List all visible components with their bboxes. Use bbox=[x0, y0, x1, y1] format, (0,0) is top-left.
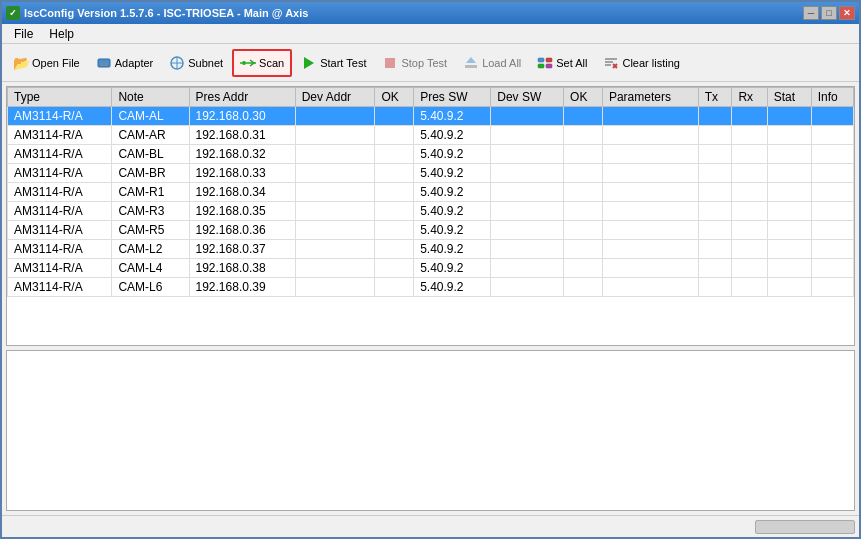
table-cell: 5.40.9.2 bbox=[414, 259, 491, 278]
stop-test-button[interactable]: Stop Test bbox=[375, 49, 454, 77]
close-button[interactable]: ✕ bbox=[839, 6, 855, 20]
table-cell bbox=[811, 183, 853, 202]
table-cell bbox=[491, 183, 564, 202]
table-cell: 192.168.0.33 bbox=[189, 164, 295, 183]
table-cell bbox=[564, 202, 603, 221]
table-cell: 192.168.0.36 bbox=[189, 221, 295, 240]
table-cell bbox=[491, 221, 564, 240]
maximize-button[interactable]: □ bbox=[821, 6, 837, 20]
main-window: ✓ IscConfig Version 1.5.7.6 - ISC-TRIOSE… bbox=[0, 0, 861, 539]
subnet-button[interactable]: Subnet bbox=[162, 49, 230, 77]
table-row[interactable]: AM3114-R/ACAM-R3192.168.0.355.40.9.2 bbox=[8, 202, 854, 221]
start-test-button[interactable]: Start Test bbox=[294, 49, 373, 77]
load-all-icon bbox=[463, 55, 479, 71]
table-row[interactable]: AM3114-R/ACAM-BL192.168.0.325.40.9.2 bbox=[8, 145, 854, 164]
table-cell bbox=[698, 240, 732, 259]
table-cell bbox=[732, 126, 767, 145]
svg-point-6 bbox=[242, 61, 246, 65]
table-cell bbox=[375, 164, 414, 183]
table-cell bbox=[602, 107, 698, 126]
col-ok2: OK bbox=[564, 88, 603, 107]
table-cell: 5.40.9.2 bbox=[414, 202, 491, 221]
table-cell bbox=[767, 221, 811, 240]
table-cell bbox=[698, 259, 732, 278]
table-cell bbox=[295, 240, 375, 259]
table-cell bbox=[602, 259, 698, 278]
table-cell bbox=[295, 221, 375, 240]
col-info: Info bbox=[811, 88, 853, 107]
table-cell bbox=[295, 259, 375, 278]
table-cell: AM3114-R/A bbox=[8, 240, 112, 259]
table-cell: CAM-AL bbox=[112, 107, 189, 126]
table-cell: 192.168.0.34 bbox=[189, 183, 295, 202]
table-cell bbox=[811, 221, 853, 240]
col-pres-sw: Pres SW bbox=[414, 88, 491, 107]
table-cell bbox=[732, 259, 767, 278]
menu-file[interactable]: File bbox=[6, 25, 41, 43]
table-cell bbox=[732, 145, 767, 164]
svg-rect-10 bbox=[385, 58, 395, 68]
table-cell bbox=[602, 221, 698, 240]
table-cell bbox=[564, 240, 603, 259]
table-cell: 5.40.9.2 bbox=[414, 126, 491, 145]
table-cell bbox=[491, 107, 564, 126]
load-all-label: Load All bbox=[482, 57, 521, 69]
load-all-button[interactable]: Load All bbox=[456, 49, 528, 77]
table-cell: 192.168.0.38 bbox=[189, 259, 295, 278]
table-cell: CAM-L2 bbox=[112, 240, 189, 259]
table-row[interactable]: AM3114-R/ACAM-R5192.168.0.365.40.9.2 bbox=[8, 221, 854, 240]
table-row[interactable]: AM3114-R/ACAM-AR192.168.0.315.40.9.2 bbox=[8, 126, 854, 145]
table-cell bbox=[602, 278, 698, 297]
table-cell: AM3114-R/A bbox=[8, 259, 112, 278]
col-ok1: OK bbox=[375, 88, 414, 107]
scan-button[interactable]: Scan bbox=[232, 49, 292, 77]
table-cell bbox=[602, 202, 698, 221]
table-cell bbox=[767, 259, 811, 278]
table-row[interactable]: AM3114-R/ACAM-R1192.168.0.345.40.9.2 bbox=[8, 183, 854, 202]
table-row[interactable]: AM3114-R/ACAM-L6192.168.0.395.40.9.2 bbox=[8, 278, 854, 297]
table-cell bbox=[491, 145, 564, 164]
table-cell: 5.40.9.2 bbox=[414, 183, 491, 202]
svg-rect-14 bbox=[546, 58, 552, 62]
minimize-button[interactable]: ─ bbox=[803, 6, 819, 20]
table-row[interactable]: AM3114-R/ACAM-L2192.168.0.375.40.9.2 bbox=[8, 240, 854, 259]
col-type: Type bbox=[8, 88, 112, 107]
adapter-label: Adapter bbox=[115, 57, 154, 69]
table-row[interactable]: AM3114-R/ACAM-BR192.168.0.335.40.9.2 bbox=[8, 164, 854, 183]
table-cell bbox=[375, 240, 414, 259]
table-cell bbox=[295, 202, 375, 221]
table-cell: 192.168.0.30 bbox=[189, 107, 295, 126]
adapter-button[interactable]: Adapter bbox=[89, 49, 161, 77]
open-file-icon: 📂 bbox=[13, 55, 29, 71]
table-cell bbox=[491, 164, 564, 183]
device-table-container[interactable]: Type Note Pres Addr Dev Addr OK Pres SW … bbox=[6, 86, 855, 346]
device-table: Type Note Pres Addr Dev Addr OK Pres SW … bbox=[7, 87, 854, 297]
col-dev-addr: Dev Addr bbox=[295, 88, 375, 107]
table-cell bbox=[767, 183, 811, 202]
table-cell bbox=[375, 126, 414, 145]
table-row[interactable]: AM3114-R/ACAM-L4192.168.0.385.40.9.2 bbox=[8, 259, 854, 278]
clear-listing-button[interactable]: Clear listing bbox=[596, 49, 686, 77]
table-cell bbox=[375, 221, 414, 240]
table-cell bbox=[767, 107, 811, 126]
set-all-button[interactable]: Set All bbox=[530, 49, 594, 77]
menu-help[interactable]: Help bbox=[41, 25, 82, 43]
toolbar: 📂 Open File Adapter Subnet bbox=[2, 44, 859, 82]
window-title: IscConfig Version 1.5.7.6 - ISC-TRIOSEA … bbox=[24, 7, 308, 19]
table-cell bbox=[602, 126, 698, 145]
svg-marker-9 bbox=[304, 57, 314, 69]
svg-marker-12 bbox=[466, 57, 476, 63]
table-cell bbox=[698, 107, 732, 126]
table-cell bbox=[375, 259, 414, 278]
table-cell bbox=[767, 202, 811, 221]
table-cell: 192.168.0.39 bbox=[189, 278, 295, 297]
table-cell bbox=[564, 221, 603, 240]
table-cell: AM3114-R/A bbox=[8, 278, 112, 297]
scrollbar-handle[interactable] bbox=[755, 520, 855, 534]
table-cell: AM3114-R/A bbox=[8, 183, 112, 202]
start-test-icon bbox=[301, 55, 317, 71]
open-file-button[interactable]: 📂 Open File bbox=[6, 49, 87, 77]
table-row[interactable]: AM3114-R/ACAM-AL192.168.0.305.40.9.2 bbox=[8, 107, 854, 126]
table-header-row: Type Note Pres Addr Dev Addr OK Pres SW … bbox=[8, 88, 854, 107]
table-cell bbox=[564, 259, 603, 278]
